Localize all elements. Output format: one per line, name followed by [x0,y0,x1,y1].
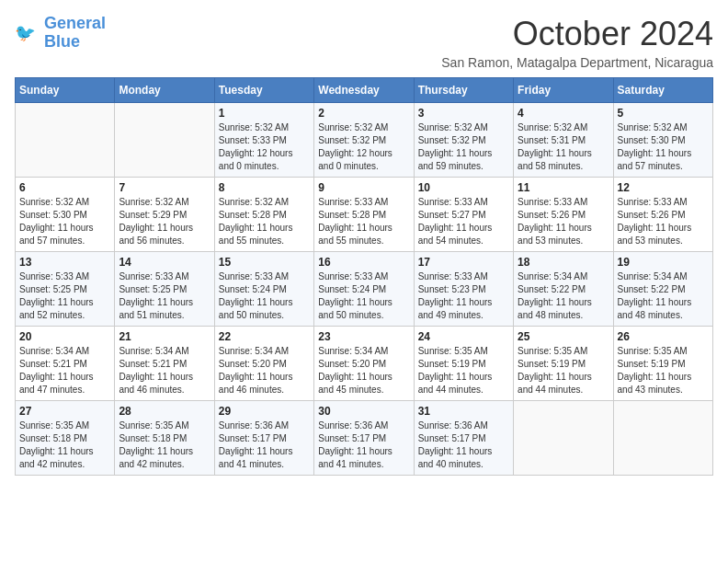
day-number: 10 [418,181,509,194]
day-cell-4-1: 28Sunrise: 5:35 AM Sunset: 5:18 PM Dayli… [115,401,214,476]
day-cell-2-4: 17Sunrise: 5:33 AM Sunset: 5:23 PM Dayli… [414,252,513,327]
day-info: Sunrise: 5:32 AM Sunset: 5:31 PM Dayligh… [518,121,609,173]
day-number: 8 [219,181,310,194]
header-saturday: Saturday [613,78,712,103]
day-number: 12 [618,181,709,194]
day-cell-1-5: 11Sunrise: 5:33 AM Sunset: 5:26 PM Dayli… [514,178,613,252]
day-info: Sunrise: 5:32 AM Sunset: 5:30 PM Dayligh… [19,196,110,247]
day-info: Sunrise: 5:33 AM Sunset: 5:27 PM Dayligh… [418,196,509,247]
day-info: Sunrise: 5:35 AM Sunset: 5:19 PM Dayligh… [418,345,509,396]
day-cell-4-6 [613,401,712,476]
header-sunday: Sunday [16,78,115,103]
day-cell-4-0: 27Sunrise: 5:35 AM Sunset: 5:18 PM Dayli… [16,401,115,476]
logo-line1: General [44,14,106,32]
day-cell-1-4: 10Sunrise: 5:33 AM Sunset: 5:27 PM Dayli… [414,178,513,252]
header-tuesday: Tuesday [214,78,313,103]
day-info: Sunrise: 5:33 AM Sunset: 5:28 PM Dayligh… [318,196,409,247]
day-info: Sunrise: 5:33 AM Sunset: 5:25 PM Dayligh… [19,270,110,322]
day-info: Sunrise: 5:34 AM Sunset: 5:20 PM Dayligh… [219,345,310,396]
day-cell-2-3: 16Sunrise: 5:33 AM Sunset: 5:24 PM Dayli… [314,252,414,327]
day-info: Sunrise: 5:33 AM Sunset: 5:25 PM Dayligh… [119,270,210,322]
weekday-header-row: Sunday Monday Tuesday Wednesday Thursday… [16,78,713,103]
location-subtitle: San Ramon, Matagalpa Department, Nicarag… [441,55,713,70]
day-info: Sunrise: 5:32 AM Sunset: 5:32 PM Dayligh… [418,121,509,173]
day-cell-0-2: 1Sunrise: 5:32 AM Sunset: 5:33 PM Daylig… [214,103,313,178]
day-number: 25 [518,330,609,343]
day-info: Sunrise: 5:33 AM Sunset: 5:24 PM Dayligh… [318,270,409,322]
day-number: 17 [418,256,509,269]
day-number: 24 [418,330,509,343]
week-row-5: 27Sunrise: 5:35 AM Sunset: 5:18 PM Dayli… [16,401,713,476]
day-info: Sunrise: 5:33 AM Sunset: 5:26 PM Dayligh… [518,196,609,247]
day-info: Sunrise: 5:36 AM Sunset: 5:17 PM Dayligh… [418,419,509,471]
day-info: Sunrise: 5:33 AM Sunset: 5:23 PM Dayligh… [418,270,509,322]
day-cell-4-3: 30Sunrise: 5:36 AM Sunset: 5:17 PM Dayli… [314,401,414,476]
day-number: 29 [219,405,310,418]
day-info: Sunrise: 5:35 AM Sunset: 5:19 PM Dayligh… [618,345,709,396]
day-cell-0-1 [115,103,214,178]
week-row-1: 1Sunrise: 5:32 AM Sunset: 5:33 PM Daylig… [16,103,713,178]
month-title: October 2024 [441,15,713,53]
calendar-header: Sunday Monday Tuesday Wednesday Thursday… [16,78,713,103]
day-cell-3-5: 25Sunrise: 5:35 AM Sunset: 5:19 PM Dayli… [514,327,613,401]
day-cell-2-2: 15Sunrise: 5:33 AM Sunset: 5:24 PM Dayli… [214,252,313,327]
day-number: 4 [518,107,609,120]
day-number: 28 [119,405,210,418]
page-header: 🐦 General Blue October 2024 San Ramon, M… [15,15,713,70]
svg-text:🐦: 🐦 [15,22,36,42]
day-cell-3-4: 24Sunrise: 5:35 AM Sunset: 5:19 PM Dayli… [414,327,513,401]
logo-text: General Blue [44,15,106,52]
day-cell-0-4: 3Sunrise: 5:32 AM Sunset: 5:32 PM Daylig… [414,103,513,178]
day-info: Sunrise: 5:35 AM Sunset: 5:19 PM Dayligh… [518,345,609,396]
week-row-4: 20Sunrise: 5:34 AM Sunset: 5:21 PM Dayli… [16,327,713,401]
day-cell-1-2: 8Sunrise: 5:32 AM Sunset: 5:28 PM Daylig… [214,178,313,252]
day-number: 5 [618,107,709,120]
day-cell-2-0: 13Sunrise: 5:33 AM Sunset: 5:25 PM Dayli… [16,252,115,327]
day-number: 30 [318,405,409,418]
day-info: Sunrise: 5:33 AM Sunset: 5:26 PM Dayligh… [618,196,709,247]
day-cell-0-0 [16,103,115,178]
day-cell-2-6: 19Sunrise: 5:34 AM Sunset: 5:22 PM Dayli… [613,252,712,327]
header-monday: Monday [115,78,214,103]
day-number: 15 [219,256,310,269]
title-section: October 2024 San Ramon, Matagalpa Depart… [441,15,713,70]
day-info: Sunrise: 5:34 AM Sunset: 5:22 PM Dayligh… [518,270,609,322]
logo-icon: 🐦 [15,20,40,46]
day-number: 14 [119,256,210,269]
day-number: 2 [318,107,409,120]
day-number: 19 [618,256,709,269]
day-cell-1-0: 6Sunrise: 5:32 AM Sunset: 5:30 PM Daylig… [16,178,115,252]
day-cell-3-3: 23Sunrise: 5:34 AM Sunset: 5:20 PM Dayli… [314,327,414,401]
day-info: Sunrise: 5:34 AM Sunset: 5:20 PM Dayligh… [318,345,409,396]
day-number: 27 [19,405,110,418]
day-cell-0-5: 4Sunrise: 5:32 AM Sunset: 5:31 PM Daylig… [514,103,613,178]
day-info: Sunrise: 5:33 AM Sunset: 5:24 PM Dayligh… [219,270,310,322]
day-cell-3-2: 22Sunrise: 5:34 AM Sunset: 5:20 PM Dayli… [214,327,313,401]
calendar-table: Sunday Monday Tuesday Wednesday Thursday… [15,77,713,476]
day-cell-3-6: 26Sunrise: 5:35 AM Sunset: 5:19 PM Dayli… [613,327,712,401]
day-number: 11 [518,181,609,194]
day-cell-1-6: 12Sunrise: 5:33 AM Sunset: 5:26 PM Dayli… [613,178,712,252]
day-info: Sunrise: 5:36 AM Sunset: 5:17 PM Dayligh… [219,419,310,471]
day-number: 6 [19,181,110,194]
day-number: 23 [318,330,409,343]
day-info: Sunrise: 5:36 AM Sunset: 5:17 PM Dayligh… [318,419,409,471]
calendar-body: 1Sunrise: 5:32 AM Sunset: 5:33 PM Daylig… [16,103,713,476]
header-wednesday: Wednesday [314,78,414,103]
day-cell-0-3: 2Sunrise: 5:32 AM Sunset: 5:32 PM Daylig… [314,103,414,178]
day-info: Sunrise: 5:34 AM Sunset: 5:22 PM Dayligh… [618,270,709,322]
day-cell-2-5: 18Sunrise: 5:34 AM Sunset: 5:22 PM Dayli… [514,252,613,327]
day-number: 16 [318,256,409,269]
day-number: 20 [19,330,110,343]
day-cell-2-1: 14Sunrise: 5:33 AM Sunset: 5:25 PM Dayli… [115,252,214,327]
day-info: Sunrise: 5:32 AM Sunset: 5:32 PM Dayligh… [318,121,409,173]
day-info: Sunrise: 5:34 AM Sunset: 5:21 PM Dayligh… [19,345,110,396]
day-number: 31 [418,405,509,418]
logo-line2: Blue [44,33,106,52]
day-number: 13 [19,256,110,269]
day-info: Sunrise: 5:32 AM Sunset: 5:29 PM Dayligh… [119,196,210,247]
day-cell-3-0: 20Sunrise: 5:34 AM Sunset: 5:21 PM Dayli… [16,327,115,401]
logo: 🐦 General Blue [15,15,106,52]
day-number: 21 [119,330,210,343]
day-info: Sunrise: 5:32 AM Sunset: 5:28 PM Dayligh… [219,196,310,247]
